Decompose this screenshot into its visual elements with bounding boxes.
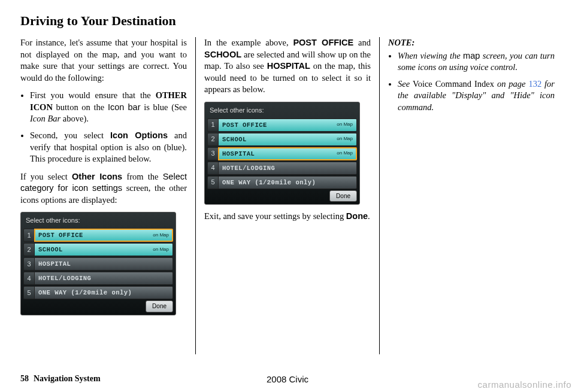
nav-item-tag: on Map — [153, 247, 169, 253]
nav-item-label: HOTEL/LODGING — [38, 274, 91, 282]
text: When viewing the — [398, 51, 463, 60]
col3-list: When viewing the map screen, you can tur… — [388, 50, 555, 114]
text: button on the — [53, 102, 108, 112]
nav-screenshot-2: Select other icons: 1POST OFFICEon Map 2… — [204, 102, 360, 205]
col1-intro: For instance, let's assume that your hos… — [20, 37, 187, 84]
col1-list: First you would ensure that the OTHER IC… — [20, 90, 187, 165]
nav-row-index: 3 — [207, 147, 218, 160]
nav-item-label: POST OFFICE — [222, 121, 267, 129]
page-title: Driving to Your Destination — [20, 13, 555, 29]
nav-item-oneway[interactable]: ONE WAY (1/20mile only) — [218, 176, 357, 189]
nav-item-hospital[interactable]: HOSPITAL — [34, 257, 173, 271]
column-2: In the example above, POST OFFICE and SC… — [196, 37, 380, 354]
column-1: For instance, let's assume that your hos… — [20, 37, 196, 354]
col2-p2: Exit, and save your settings by selectin… — [204, 211, 371, 223]
text: and — [353, 38, 371, 47]
text: above). — [60, 114, 89, 123]
col3-li1: When viewing the map screen, you can tur… — [398, 50, 555, 74]
nav-item-tag: on Map — [337, 136, 353, 142]
nav-row-index: 2 — [207, 133, 218, 146]
nav-row-index: 5 — [23, 286, 34, 299]
nav-item-label: ONE WAY (1/20mile only) — [222, 178, 316, 187]
nav-item-label: HOSPITAL — [222, 150, 255, 158]
nav-item-post-office[interactable]: POST OFFICEon Map — [34, 229, 173, 242]
col1-p2: If you select Other Icons from the Selec… — [20, 171, 187, 206]
nav-row-index: 5 — [207, 176, 218, 189]
nav-item-tag: on Map — [337, 121, 353, 128]
nav-row-index: 3 — [23, 257, 34, 271]
nav-item-hotel[interactable]: HOTEL/LODGING — [34, 272, 173, 285]
nav-row-index: 4 — [23, 272, 34, 285]
nav-item-hotel[interactable]: HOTEL/LODGING — [218, 162, 357, 175]
nav-item-label: HOTEL/LODGING — [222, 164, 275, 172]
text: Exit, and save your settings by selectin… — [204, 211, 346, 221]
nav-item-tag: on Map — [337, 150, 353, 157]
text-bold: SCHOOL — [204, 50, 241, 59]
text: on page — [494, 79, 528, 89]
col2-p1: In the example above, POST OFFICE and SC… — [204, 37, 371, 96]
col1-li2: Second, you select Icon Options and veri… — [30, 130, 187, 165]
nav-item-label: SCHOOL — [38, 245, 63, 254]
columns: For instance, let's assume that your hos… — [20, 37, 555, 354]
text: In the example above, — [204, 38, 293, 47]
text: First you would ensure that the — [30, 90, 156, 100]
col3-li2: See Voice Command Index on page 132 for … — [398, 78, 555, 114]
text: is blue (See — [140, 102, 187, 112]
page-link[interactable]: 132 — [528, 79, 541, 89]
nav-item-school[interactable]: SCHOOLon Map — [218, 133, 357, 146]
nav-item-label: ONE WAY (1/20mile only) — [38, 288, 132, 297]
done-button[interactable]: Done — [329, 190, 357, 202]
nav-row-index: 1 — [207, 118, 218, 132]
nav-screenshot-title: Select other icons: — [23, 215, 173, 229]
nav-item-tag: on Map — [153, 232, 169, 239]
footer-model: 2008 Civic — [267, 374, 308, 384]
text-bold: POST OFFICE — [293, 38, 353, 47]
text: Second, you select — [30, 130, 110, 140]
nav-row-index: 1 — [23, 229, 34, 242]
nav-screenshot-1: Select other icons: 1POST OFFICEon Map 2… — [20, 212, 176, 315]
page-footer: 58 Navigation System 2008 Civic — [20, 374, 555, 384]
text: . — [368, 211, 370, 221]
text: If you select — [20, 172, 72, 181]
text: from the — [122, 172, 163, 181]
col1-li1: First you would ensure that the OTHER IC… — [30, 90, 187, 125]
text-bold: Done — [346, 211, 368, 221]
page-number: 58 — [20, 374, 29, 384]
nav-item-oneway[interactable]: ONE WAY (1/20mile only) — [34, 286, 173, 299]
nav-screenshot-title: Select other icons: — [207, 105, 357, 118]
nav-item-label: HOSPITAL — [38, 260, 71, 268]
text: See — [398, 79, 413, 89]
nav-item-school[interactable]: SCHOOLon Map — [34, 243, 173, 256]
footer-section: Navigation System — [34, 374, 101, 384]
nav-item-post-office[interactable]: POST OFFICEon Map — [218, 118, 357, 132]
nav-row-index: 4 — [207, 162, 218, 175]
nav-item-label: SCHOOL — [222, 135, 247, 144]
nav-item-label: POST OFFICE — [38, 231, 83, 239]
note-label: NOTE: — [388, 37, 555, 49]
text-roman: Voice Command Index — [413, 79, 494, 89]
watermark: carmanualsonline.info — [478, 379, 571, 390]
done-button[interactable]: Done — [146, 300, 173, 312]
text-bold: HOSPITAL — [267, 61, 310, 71]
column-3: NOTE: When viewing the map screen, you c… — [380, 37, 555, 354]
nav-item-hospital[interactable]: HOSPITALon Map — [218, 147, 357, 160]
text-sans: map — [463, 51, 480, 60]
text-italic: Icon Bar — [30, 114, 60, 123]
text-bold: Icon Options — [110, 130, 168, 140]
text-bold: Other Icons — [72, 172, 122, 181]
text-sans: Icon bar — [108, 102, 140, 112]
nav-row-index: 2 — [23, 243, 34, 256]
